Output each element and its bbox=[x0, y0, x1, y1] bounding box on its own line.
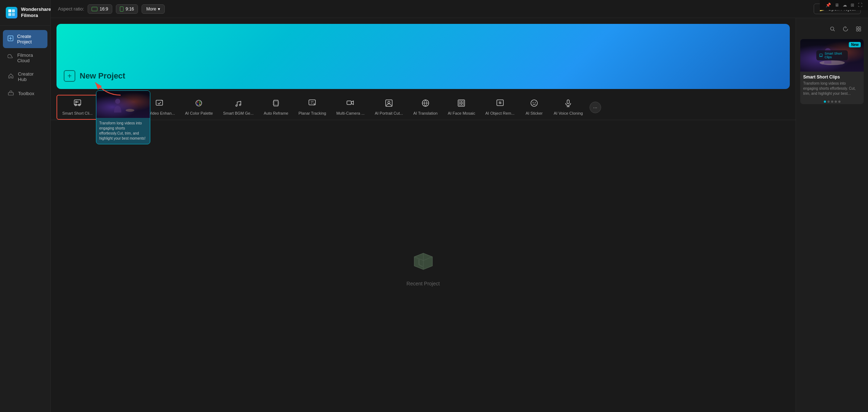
svg-rect-50 bbox=[819, 54, 822, 56]
center-panel: + New Project Sm bbox=[51, 18, 796, 412]
grid-icon: ⊞ bbox=[851, 3, 854, 8]
svg-point-53 bbox=[115, 99, 120, 104]
sidebar-item-toolbox[interactable]: Toolbox bbox=[3, 86, 47, 101]
smart-short-clips-icon bbox=[74, 99, 81, 109]
svg-point-54 bbox=[126, 109, 134, 112]
dot-5 bbox=[838, 101, 840, 103]
right-panel-actions bbox=[800, 22, 864, 35]
sidebar: Wondershare Filmora Create Project Filmo… bbox=[0, 0, 51, 412]
featured-card[interactable]: New Smart Short Clips Smart Short Clips … bbox=[800, 39, 864, 104]
svg-rect-14 bbox=[156, 100, 163, 105]
grid-view-btn[interactable] bbox=[854, 24, 864, 34]
svg-point-37 bbox=[531, 100, 537, 106]
svg-rect-47 bbox=[856, 29, 858, 31]
planar-tracking-icon bbox=[308, 99, 316, 109]
feature-label: AI Object Rem... bbox=[485, 111, 515, 115]
feature-label: AI Face Mosaic bbox=[448, 111, 475, 115]
auto-reframe-icon bbox=[272, 99, 280, 109]
sidebar-item-label: Create Project bbox=[17, 34, 43, 44]
feature-ai-color-palette[interactable]: AI Color Palette bbox=[180, 95, 218, 119]
empty-state-icon bbox=[409, 246, 438, 275]
aspect-ratio-section: Aspect ratio: 16:9 9:16 More ▾ bbox=[58, 4, 165, 14]
dot-4 bbox=[835, 101, 837, 103]
svg-point-15 bbox=[196, 100, 202, 106]
feature-smart-short-clips[interactable]: Smart Short Cli... bbox=[56, 95, 98, 120]
svg-rect-45 bbox=[856, 27, 858, 29]
svg-rect-46 bbox=[859, 27, 861, 29]
more-aspect-btn[interactable]: More ▾ bbox=[142, 4, 165, 14]
feature-label: AI Translation bbox=[413, 111, 437, 115]
new-project-banner[interactable]: + New Project bbox=[56, 24, 790, 89]
feature-label: Planar Tracking bbox=[298, 111, 326, 115]
svg-rect-31 bbox=[459, 101, 461, 103]
screen-icon: 🖥 bbox=[835, 3, 839, 8]
ai-voice-cloning-icon bbox=[564, 99, 572, 109]
ai-color-palette-icon bbox=[195, 99, 203, 109]
feature-ai-face-mosaic[interactable]: AI Face Mosaic bbox=[443, 95, 480, 119]
feature-label: AI Sticker bbox=[525, 111, 542, 115]
feature-ai-translation[interactable]: AI Translation bbox=[408, 95, 443, 119]
aspect-ratio-label: Aspect ratio: bbox=[58, 6, 84, 12]
feature-label: Multi-Camera ... bbox=[336, 111, 365, 115]
feature-smart-bgm[interactable]: Smart BGM Ge... bbox=[218, 95, 259, 119]
plus-icon: + bbox=[64, 70, 75, 82]
recent-project-label: Recent Project bbox=[407, 281, 440, 286]
sidebar-item-filmora-cloud[interactable]: Filmora Cloud bbox=[3, 49, 47, 67]
sidebar-item-label: Toolbox bbox=[18, 91, 34, 96]
feature-ai-portrait-cut[interactable]: AI Portrait Cut... bbox=[370, 95, 408, 119]
dot-1 bbox=[824, 101, 826, 103]
new-badge: New bbox=[849, 42, 861, 47]
svg-rect-0 bbox=[8, 9, 11, 12]
right-panel: New Smart Short Clips Smart Short Clips … bbox=[796, 18, 868, 412]
svg-point-51 bbox=[819, 56, 820, 57]
svg-point-21 bbox=[239, 104, 241, 106]
feature-label: AI Color Palette bbox=[185, 111, 213, 115]
more-features-btn[interactable]: ··· bbox=[590, 102, 601, 113]
svg-point-20 bbox=[236, 105, 237, 106]
aspect-16-9-btn[interactable]: 16:9 bbox=[88, 4, 112, 14]
svg-point-39 bbox=[535, 102, 536, 103]
main-content: Aspect ratio: 16:9 9:16 More ▾ 📁 Open Pr… bbox=[51, 0, 868, 412]
system-tray: 📌 🖥 ☁ ⊞ ⛶ bbox=[820, 0, 868, 10]
aspect-9-16-btn[interactable]: 9:16 bbox=[116, 4, 138, 14]
sidebar-item-label: Creator Hub bbox=[18, 71, 43, 82]
toolbox-icon bbox=[7, 90, 14, 97]
tooltip-text: Transform long videos into engaging shor… bbox=[99, 121, 147, 141]
sidebar-item-label: Filmora Cloud bbox=[17, 52, 43, 63]
feature-label: Smart BGM Ge... bbox=[223, 111, 253, 115]
feature-label: AI Portrait Cut... bbox=[375, 111, 403, 115]
svg-rect-25 bbox=[347, 101, 351, 105]
feature-ai-sticker[interactable]: AI Sticker bbox=[520, 95, 549, 119]
svg-point-17 bbox=[200, 102, 201, 103]
cloud-icon: ☁ bbox=[843, 3, 847, 8]
sidebar-item-create-project[interactable]: Create Project bbox=[3, 30, 47, 48]
refresh-btn[interactable] bbox=[840, 24, 851, 34]
feature-auto-reframe[interactable]: Auto Reframe bbox=[259, 95, 293, 119]
svg-point-19 bbox=[200, 104, 201, 105]
svg-point-16 bbox=[197, 102, 198, 103]
card-dots bbox=[800, 99, 864, 104]
pointer-arrow bbox=[92, 79, 124, 97]
tooltip-popup: Transform long videos into engaging shor… bbox=[96, 90, 150, 144]
multi-camera-icon bbox=[347, 99, 355, 109]
svg-point-18 bbox=[197, 104, 198, 105]
smart-bgm-icon bbox=[234, 99, 242, 109]
chevron-down-icon: ▾ bbox=[158, 7, 160, 12]
maximize-icon: ⛶ bbox=[858, 3, 862, 8]
card-info: Smart Short Clips Transform long videos … bbox=[800, 72, 864, 99]
feature-ai-object-remove[interactable]: AI Object Rem... bbox=[480, 95, 520, 119]
feature-planar-tracking[interactable]: Planar Tracking bbox=[293, 95, 331, 119]
search-btn[interactable] bbox=[827, 24, 838, 34]
ai-video-enhance-icon bbox=[155, 99, 163, 109]
svg-rect-2 bbox=[8, 13, 11, 16]
ai-portrait-cut-icon bbox=[385, 99, 393, 109]
feature-multi-camera[interactable]: Multi-Camera ... bbox=[331, 95, 370, 119]
feature-ai-voice-cloning[interactable]: AI Voice Cloning bbox=[549, 95, 588, 119]
sidebar-item-creator-hub[interactable]: Creator Hub bbox=[3, 68, 47, 86]
ai-object-remove-icon bbox=[496, 99, 504, 109]
ratio-portrait-icon bbox=[120, 7, 123, 12]
card-thumbnail: New Smart Short Clips bbox=[800, 39, 864, 72]
logo-icon bbox=[6, 7, 17, 18]
create-project-icon bbox=[7, 35, 13, 43]
svg-point-27 bbox=[388, 101, 390, 103]
